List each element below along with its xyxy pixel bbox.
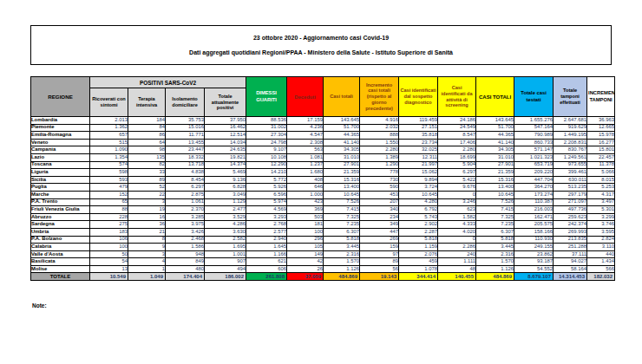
value-cell: 2.370 [166,206,205,214]
column-header-casi-sospetto-diagnostico: Casi identificati dal sospetto diagnosti… [399,77,438,117]
value-cell: 10.645 [399,191,438,198]
region-name: P.A. Bolzano [31,236,90,244]
value-cell: 296 [287,236,324,244]
value-cell: 52 [128,184,166,192]
value-cell: 948 [166,250,205,258]
value-cell: 184 [128,117,166,125]
value-cell: 51.700 [324,124,360,132]
value-cell: 973.655 [554,161,587,169]
value-cell: 44.365 [324,132,360,140]
value-cell: 58.164 [554,265,587,273]
value-cell: 34.305 [476,146,514,154]
value-cell: 16.277 [587,139,615,146]
value-cell: 22 [128,191,166,198]
total-value-cell: 484.869 [324,273,360,281]
value-cell: 364.270 [514,184,554,192]
value-cell: 547.164 [514,124,554,132]
value-cell: 1 [128,265,166,273]
value-cell: 5.974 [246,198,287,206]
value-cell: 5.743 [399,213,438,221]
region-name: Abruzzo [31,213,90,221]
value-cell: 1.021.323 [514,153,554,161]
value-cell: 7.415 [324,206,360,214]
value-cell: 16 [128,213,166,221]
table-row: Campania1.0909823.44724.6359.10756334.30… [31,146,615,154]
region-name: Emilia-Romagna [31,132,90,140]
value-cell: 2.940 [246,236,287,244]
table-row: Lombardia2.01318435.75337.95088.53617.15… [31,117,615,125]
value-cell: 1.126 [324,265,360,273]
value-cell: 24.635 [205,146,246,154]
value-cell: 173.274 [514,191,554,198]
value-cell: 1.354 [90,153,128,161]
value-cell: 13.718 [166,161,205,169]
value-cell: 2.013 [90,117,128,125]
column-header-ricoverati: Ricoverati con sintomi [90,88,128,117]
region-name: Campania [31,146,90,154]
value-cell: 0 [438,236,476,244]
value-cell: 15.316 [324,176,360,184]
value-cell: 84 [128,124,166,132]
region-name: Sardegna [31,221,90,229]
region-name: Liguria [31,169,90,177]
value-cell: 13.455 [166,139,205,146]
value-cell: 149 [287,250,324,258]
value-cell: 35.818 [399,132,438,140]
value-cell: 2.280 [438,146,476,154]
value-cell: 2.287 [399,228,438,236]
region-name: Piemonte [31,124,90,132]
value-cell: 22.457 [587,153,615,161]
table-header: REGIONE POSITIVI SARS-CoV2 DIMESSI GUARI… [31,77,615,117]
table-row: Toscana5748213.71814.37412.2901.23727.90… [31,161,615,169]
value-cell: 259.623 [554,213,587,221]
column-header-casi-totali: Casi totali [324,77,360,117]
value-cell: 13 [90,265,128,273]
value-cell: 12.290 [246,161,287,169]
value-cell: 3.595 [587,228,615,236]
value-cell: 3 [128,250,166,258]
table-row: P.A. Trento6531.0611.1295.9744237.526207… [31,198,615,206]
total-value-cell: 484.869 [476,273,514,281]
value-cell: 119.459 [399,117,438,125]
value-cell: 12.311 [399,153,438,161]
value-cell: 4.286 [205,221,246,229]
value-cell: 790.989 [514,132,554,140]
value-cell: 37.950 [205,117,246,125]
value-cell: 2.308 [287,139,324,146]
column-header-incremento-casi: Incremento casi totali (rispetto al gior… [360,77,399,117]
value-cell: 205.575 [514,221,554,229]
total-value-cell: 19.143 [360,273,399,281]
value-cell: 1.434 [587,258,615,266]
value-cell: 2.280 [360,146,399,154]
value-cell: 408 [287,176,324,184]
value-cell: 94.027 [554,258,587,266]
value-cell: 3.445 [476,244,514,251]
value-cell: 919.629 [554,124,587,132]
value-cell: 4.916 [360,117,399,125]
region-name: Toscana [31,161,90,169]
value-cell: 3.746 [587,221,615,229]
value-cell: 1.111 [438,258,476,266]
value-cell: 4.547 [287,132,324,140]
value-cell: 340 [360,206,399,214]
table-row: Liguria598334.8385.46914.2101.68021.3597… [31,169,615,177]
report-subtitle: Dati aggregati quotidiani Regioni/PPAA -… [189,49,453,55]
value-cell: 6.596 [246,191,287,198]
table-row: P.A. Bolzano10682.4682.5822.9402965.8182… [31,236,615,244]
value-cell: 89 [128,176,166,184]
total-value-cell: 344.414 [399,273,438,281]
value-cell: 4.236 [287,124,324,132]
table-row: Molise131480494606261.126561.078481.1265… [31,265,615,273]
value-cell: 1.586 [166,244,205,251]
total-value-cell: 182.032 [587,273,615,281]
value-cell: 10.108 [246,153,287,161]
value-cell: 14.210 [246,169,287,177]
value-cell: 15.801 [587,146,615,154]
value-cell: 3.049 [205,191,246,198]
value-cell: 623 [438,206,476,214]
value-cell: 653.719 [514,161,554,169]
column-group-positivi-sars-cov2: POSITIVI SARS-CoV2 [90,77,246,88]
value-cell: 23.447 [166,146,205,154]
table-row: Piemonte1.3628415.01616.46231.0024.23651… [31,124,615,132]
value-cell: 6.792 [399,206,438,214]
